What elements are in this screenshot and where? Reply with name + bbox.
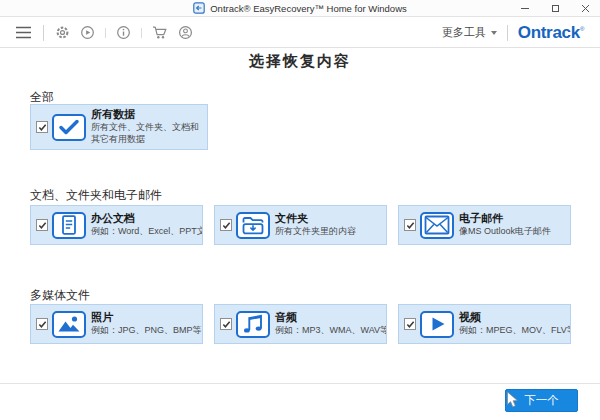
- mail-icon: [420, 212, 454, 239]
- chevron-down-icon: [491, 31, 497, 35]
- section-label-multimedia: 多媒体文件: [30, 287, 90, 304]
- footer-divider: [0, 383, 600, 384]
- cart-button[interactable]: [147, 21, 173, 45]
- maximize-icon: [552, 5, 559, 12]
- check-mark: [222, 221, 231, 230]
- toolbar-divider: [43, 25, 44, 41]
- settings-button[interactable]: [50, 21, 75, 45]
- card-desc: 例如：MPEG、MOV、FLV等: [459, 325, 566, 337]
- more-tools-label: 更多工具: [442, 25, 486, 40]
- card-desc: 所有文件、文件夹、文档和其它有用数据: [91, 122, 199, 145]
- card-title: 音频: [275, 311, 382, 325]
- card-row-multimedia: 照片 例如：JPG、PNG、BMP等 音频 例如：MP3、WMA、WAV等: [30, 304, 571, 344]
- ontrack-logo: Ontrack®: [518, 23, 584, 43]
- card-title: 所有数据: [91, 108, 199, 122]
- window-controls: [510, 0, 600, 17]
- minimize-icon: [521, 8, 529, 9]
- card-email[interactable]: 电子邮件 像MS Outlook电子邮件: [398, 205, 571, 245]
- toolbar: 更多工具 Ontrack®: [0, 18, 600, 48]
- info-button[interactable]: [111, 21, 136, 45]
- checkbox-office-docs[interactable]: [36, 219, 48, 231]
- audio-icon: [236, 311, 270, 338]
- check-mark: [222, 320, 231, 329]
- checkbox-all-data[interactable]: [36, 121, 48, 133]
- user-icon: [178, 25, 193, 40]
- card-office-docs[interactable]: 办公文档 例如：Word、Excel、PPT文件: [30, 205, 203, 245]
- video-icon: [420, 311, 454, 338]
- card-photo[interactable]: 照片 例如：JPG、PNG、BMP等: [30, 304, 203, 344]
- card-desc: 像MS Outlook电子邮件: [459, 226, 551, 238]
- checkbox-audio[interactable]: [220, 318, 232, 330]
- check-mark: [38, 221, 47, 230]
- card-folder[interactable]: 文件夹 所有文件夹里的内容: [214, 205, 387, 245]
- card-title: 文件夹: [275, 212, 356, 226]
- titlebar: Ontrack® EasyRecovery™ Home for Windows: [0, 0, 600, 17]
- card-title: 办公文档: [91, 212, 198, 226]
- toolbar-divider: [141, 28, 142, 38]
- document-icon: [52, 212, 86, 239]
- checkbox-video[interactable]: [404, 318, 416, 330]
- card-all-data[interactable]: 所有数据 所有文件、文件夹、文档和其它有用数据: [30, 104, 208, 150]
- check-mark: [406, 221, 415, 230]
- app-window: Ontrack® EasyRecovery™ Home for Windows: [0, 0, 600, 420]
- next-button[interactable]: 下一个: [505, 389, 578, 412]
- close-icon: [581, 4, 590, 13]
- card-video[interactable]: 视频 例如：MPEG、MOV、FLV等: [398, 304, 571, 344]
- info-icon: [116, 25, 131, 40]
- section-label-documents: 文档、文件夹和电子邮件: [30, 187, 162, 204]
- app-icon: [193, 2, 205, 14]
- checkbox-folder[interactable]: [220, 219, 232, 231]
- toolbar-divider: [507, 25, 508, 41]
- card-title: 视频: [459, 311, 566, 325]
- checkbox-photo[interactable]: [36, 318, 48, 330]
- menu-button[interactable]: [10, 21, 37, 45]
- card-row-documents: 办公文档 例如：Word、Excel、PPT文件 文件夹 所有文件夹里的内容: [30, 205, 571, 245]
- more-tools-dropdown[interactable]: 更多工具: [438, 23, 501, 42]
- folder-download-icon: [236, 212, 270, 239]
- check-mark: [38, 320, 47, 329]
- gear-icon: [55, 25, 70, 40]
- photo-icon: [52, 311, 86, 338]
- page-title: 选择恢复内容: [0, 52, 600, 71]
- card-desc: 例如：Word、Excel、PPT文件: [91, 226, 198, 238]
- card-audio[interactable]: 音频 例如：MP3、WMA、WAV等: [214, 304, 387, 344]
- card-title: 电子邮件: [459, 212, 551, 226]
- card-row-all: 所有数据 所有文件、文件夹、文档和其它有用数据: [30, 104, 208, 150]
- demo-video-button[interactable]: [75, 21, 100, 45]
- card-desc: 例如：JPG、PNG、BMP等: [91, 325, 198, 337]
- check-icon: [52, 114, 86, 141]
- card-title: 照片: [91, 311, 198, 325]
- user-button[interactable]: [173, 21, 198, 45]
- close-button[interactable]: [570, 0, 600, 17]
- menu-icon: [15, 26, 32, 39]
- minimize-button[interactable]: [510, 0, 540, 17]
- card-desc: 所有文件夹里的内容: [275, 226, 356, 238]
- toolbar-divider: [105, 28, 106, 38]
- checkbox-email[interactable]: [404, 219, 416, 231]
- cart-icon: [152, 25, 168, 40]
- demo-video-icon: [80, 25, 95, 40]
- check-mark: [38, 123, 47, 132]
- maximize-button[interactable]: [540, 0, 570, 17]
- card-desc: 例如：MP3、WMA、WAV等: [275, 325, 382, 337]
- check-mark: [406, 320, 415, 329]
- window-title: Ontrack® EasyRecovery™ Home for Windows: [210, 3, 407, 14]
